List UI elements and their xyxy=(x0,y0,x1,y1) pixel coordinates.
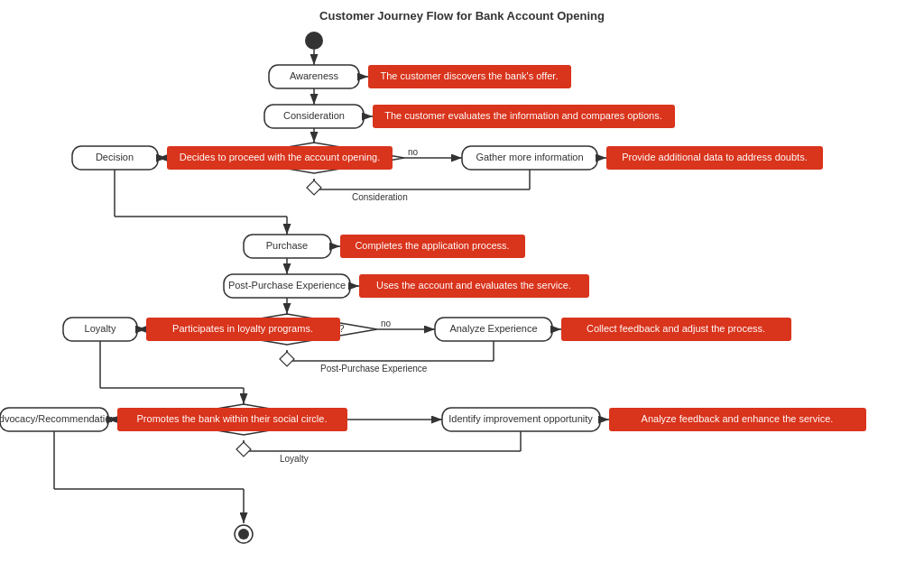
consideration-back-diamond xyxy=(307,180,321,195)
post-purchase-back-diamond xyxy=(280,352,294,366)
purchase-action-text: Completes the application process. xyxy=(355,240,509,251)
diagram-container: Customer Journey Flow for Bank Account O… xyxy=(0,0,924,572)
advocacy-label: Advocacy/Recommendation xyxy=(0,413,116,424)
analyze-exp-action-text: Collect feedback and adjust the process. xyxy=(587,323,765,334)
diagram-title: Customer Journey Flow for Bank Account O… xyxy=(319,9,605,23)
awareness-label: Awareness xyxy=(290,70,339,81)
purchase-label: Purchase xyxy=(266,240,308,251)
loyalty-label: Loyalty xyxy=(85,323,116,334)
identify-action-text: Analyze feedback and enhance the service… xyxy=(642,413,834,424)
loyalty-action-text: Participates in loyalty programs. xyxy=(172,323,313,334)
loyalty-back-diamond xyxy=(236,442,251,457)
post-purchase-action-text: Uses the account and evaluates the servi… xyxy=(376,280,571,291)
post-purchase-label: Post-Purchase Experience xyxy=(228,280,346,291)
consideration-action-text: The customer evaluates the information a… xyxy=(384,110,662,121)
decision-action-text: Decides to proceed with the account open… xyxy=(180,152,381,162)
analyze-exp-label: Analyze Experience xyxy=(449,323,537,334)
consideration-back-label: Consideration xyxy=(352,192,408,202)
loyalty-back-label: Loyalty xyxy=(280,454,309,464)
gather-action-text: Provide additional data to address doubt… xyxy=(622,152,807,162)
start-node xyxy=(305,32,323,50)
no-label-1: no xyxy=(408,147,419,157)
post-purchase-back-label: Post-Purchase Experience xyxy=(320,364,428,374)
gather-info-label: Gather more information xyxy=(476,152,583,162)
advocacy-action-text: Promotes the bank within their social ci… xyxy=(137,413,328,424)
consideration-label: Consideration xyxy=(283,110,345,121)
no-label-2: no xyxy=(381,318,392,328)
identify-label: Identify improvement opportunity xyxy=(448,413,593,424)
awareness-action-text: The customer discovers the bank's offer. xyxy=(381,70,559,81)
decision-label: Decision xyxy=(96,152,134,162)
end-inner-circle xyxy=(238,529,249,540)
